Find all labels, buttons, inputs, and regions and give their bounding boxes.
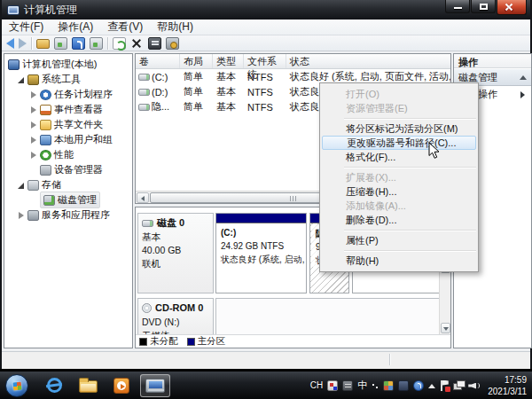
menu-item-open: 打开(O)	[322, 87, 476, 101]
volume-icon[interactable]	[468, 380, 480, 391]
selected-tree-item[interactable]: 磁盘管理	[40, 192, 100, 208]
column-layout[interactable]: 布局	[180, 54, 213, 68]
ime-mode-label[interactable]: 中	[357, 379, 367, 392]
ime-punctuation-icon[interactable]	[372, 381, 379, 390]
tree-item-storage[interactable]: 存储	[4, 177, 132, 192]
folder-icon[interactable]	[36, 39, 50, 49]
expanded-arrow-icon[interactable]	[17, 75, 25, 83]
ime-language-label[interactable]: CH	[310, 380, 323, 390]
menu-action[interactable]: 操作(A)	[51, 20, 100, 35]
shared-folders-icon	[40, 120, 51, 130]
tree-item-disk-management[interactable]: 磁盘管理	[4, 192, 132, 207]
minimize-button[interactable]	[445, 0, 470, 13]
partition-c[interactable]: (C:) 24.92 GB NTFS 状态良好 (系统, 启动, 页	[215, 213, 307, 293]
input-method-icon[interactable]	[398, 380, 409, 391]
network-icon[interactable]	[453, 380, 464, 391]
taskbar-computer-management-button[interactable]	[140, 374, 170, 397]
expanded-arrow-icon[interactable]	[17, 181, 25, 189]
delete-icon[interactable]	[130, 37, 144, 50]
cdrom-header[interactable]: CD-ROM 0 DVD (N:) 无媒体	[137, 298, 214, 337]
ime-input-style-icon[interactable]	[327, 380, 338, 391]
menu-separator	[344, 250, 476, 251]
menu-file[interactable]: 文件(F)	[2, 20, 51, 35]
menu-separator	[344, 118, 476, 119]
menu-item-shrink-volume[interactable]: 压缩卷(H)...	[322, 184, 476, 199]
tray-time: 17:59	[488, 374, 527, 386]
menu-item-properties[interactable]: 属性(P)	[322, 233, 476, 247]
event-viewer-icon	[40, 105, 51, 115]
menu-view[interactable]: 查看(V)	[100, 20, 150, 35]
taskbar-explorer-button[interactable]	[73, 374, 103, 397]
menu-item-format[interactable]: 格式化(F)...	[322, 150, 476, 164]
tree-item-local-users-groups[interactable]: 本地用户和组	[4, 132, 132, 147]
settings-icon[interactable]	[166, 37, 179, 50]
scroll-left-icon[interactable]	[137, 192, 149, 203]
drive-icon	[138, 74, 150, 81]
collapsed-arrow-icon[interactable]	[29, 90, 37, 98]
collapsed-arrow-icon[interactable]	[29, 106, 37, 113]
computer-icon	[8, 59, 20, 70]
column-type[interactable]: 类型	[213, 54, 244, 68]
close-button[interactable]	[497, 0, 527, 15]
cdrom-drive: DVD (N:)	[142, 316, 209, 329]
disk-icon	[142, 220, 153, 227]
collapsed-arrow-icon[interactable]	[29, 121, 37, 129]
legend-primary-partition: 主分区	[187, 335, 226, 348]
mouse-cursor	[428, 142, 441, 160]
storage-icon	[27, 180, 39, 191]
internet-explorer-icon	[47, 378, 62, 393]
column-volume[interactable]: 卷	[136, 54, 180, 68]
maximize-button[interactable]	[471, 0, 496, 13]
taskbar-media-player-button[interactable]	[106, 374, 137, 397]
services-applications-icon	[27, 210, 39, 221]
menu-item-change-drive-letter[interactable]: 更改驱动器号和路径(C)...	[322, 136, 476, 150]
properties-icon[interactable]	[148, 37, 161, 50]
volume-list-header: 卷 布局 类型 文件系统 状态	[136, 54, 450, 69]
column-filesystem[interactable]: 文件系统	[244, 54, 286, 68]
console-window-icon[interactable]	[90, 37, 103, 50]
tree-item-computer-management[interactable]: 计算机管理(本地)	[4, 57, 132, 72]
collapse-arrow-icon[interactable]	[520, 72, 527, 80]
tree-item-task-scheduler[interactable]: 任务计划程序	[4, 87, 132, 102]
column-status[interactable]: 状态	[286, 54, 450, 68]
start-button[interactable]	[5, 374, 28, 397]
taskbar-ie-button[interactable]	[39, 374, 69, 397]
menu-item-mark-active[interactable]: 将分区标记为活动分区(M)	[322, 121, 476, 136]
scroll-down-icon[interactable]	[441, 323, 450, 333]
toolbar-separator	[31, 37, 32, 50]
tree-item-services-applications[interactable]: 服务和应用程序	[4, 207, 132, 223]
collapsed-arrow-icon[interactable]	[29, 136, 37, 144]
collapsed-arrow-icon[interactable]	[17, 211, 25, 219]
disk0-type: 基本	[142, 231, 209, 244]
menu-item-help[interactable]: 帮助(H)	[322, 254, 476, 268]
help-icon[interactable]	[72, 37, 85, 50]
language-bar-icon[interactable]	[383, 380, 394, 391]
tree-item-shared-folders[interactable]: 共享文件夹	[4, 117, 132, 132]
disc-icon	[142, 303, 152, 313]
error-badge	[445, 387, 450, 392]
menu-help[interactable]: 帮助(H)	[150, 20, 200, 35]
collapsed-arrow-icon[interactable]	[29, 151, 37, 159]
ime-keyboard-icon[interactable]	[342, 380, 353, 391]
tree-item-event-viewer[interactable]: 事件查看器	[4, 102, 132, 117]
back-icon[interactable]	[6, 38, 14, 49]
taskbar-clock[interactable]: 17:59 2021/3/11	[488, 374, 527, 397]
forward-icon[interactable]	[19, 38, 27, 49]
status-bar-divider	[389, 354, 390, 365]
menu-item-delete-volume[interactable]: 删除卷(D)...	[322, 213, 476, 227]
tree-item-device-manager[interactable]: 设备管理器	[4, 162, 132, 177]
disk0-header[interactable]: 磁盘 0 基本 40.00 GB 联机	[137, 213, 214, 293]
tree-item-system-tools[interactable]: 系统工具	[4, 72, 132, 87]
help-tray-icon[interactable]	[413, 380, 424, 391]
tray-date: 2021/3/11	[488, 386, 527, 397]
tray-expand-icon[interactable]	[428, 380, 435, 388]
action-center-flag-icon[interactable]	[440, 380, 449, 391]
menu-item-extend-volume: 扩展卷(X)...	[322, 170, 476, 184]
refresh-icon[interactable]	[113, 37, 126, 50]
tree-item-performance[interactable]: 性能	[4, 147, 132, 162]
window-title: 计算机管理	[24, 3, 77, 18]
title-bar[interactable]: 计算机管理	[2, 0, 530, 20]
console-window-icon[interactable]	[54, 37, 67, 50]
media-player-icon	[113, 378, 129, 394]
cdrom-region[interactable]	[215, 298, 440, 337]
